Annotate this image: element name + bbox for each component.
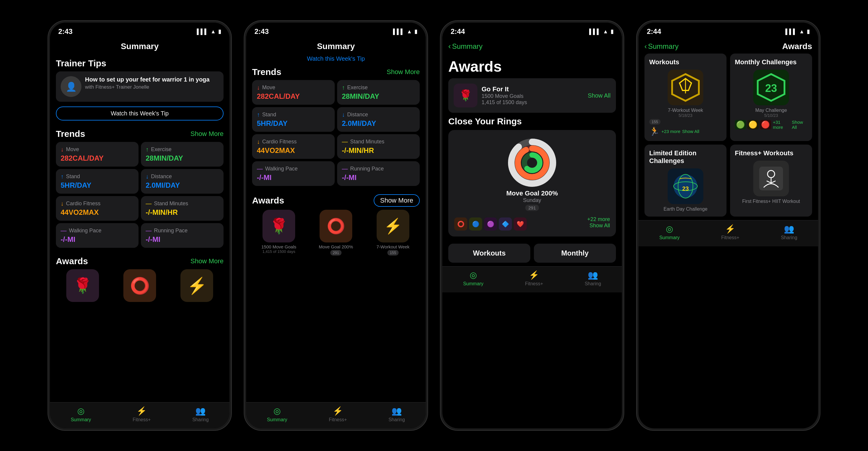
fitness-cat-title-4: Fitness+ Workouts <box>735 149 807 157</box>
status-bar-2: 2:43 ▌▌▌ ▲ ▮ <box>246 23 426 38</box>
trend-move-value-1: 282CAL/DAY <box>61 154 134 163</box>
trainer-tip-box: 👤 How to set up your feet for warrior 1 … <box>56 72 223 102</box>
tab-bar-4: ◎ Summary ⚡ Fitness+ 👥 Sharing <box>639 220 818 246</box>
phone-3: 2:44 ▌▌▌ ▲ ▮ ‹ Summary Awards 🌹 Go For I… <box>440 20 624 431</box>
mini-badge-3-4: 🔷 <box>499 218 512 230</box>
limited-cat-title-4: Limited Edition Challenges <box>649 149 722 165</box>
tab-fitness-3[interactable]: ⚡ Fitness+ <box>525 270 543 286</box>
nav-title-2: Summary <box>246 38 426 54</box>
back-button-3[interactable]: ‹ Summary <box>448 41 483 51</box>
workouts-show-all-4[interactable]: Show All <box>682 129 700 134</box>
awards-show-more-1[interactable]: Show More <box>190 257 223 265</box>
award-1-3[interactable]: ⚡ <box>170 269 223 304</box>
tab-sharing-label-2: Sharing <box>389 417 405 422</box>
monthly-label-3: Monthly <box>539 249 611 257</box>
trend-distance-value-1: 2.0MI/DAY <box>146 181 219 190</box>
trend-stand-1[interactable]: ↑Stand 5HR/DAY <box>56 169 138 194</box>
trend-cardio-2[interactable]: ↓Cardio Fitness 44VO2MAX <box>252 134 335 159</box>
trend-walking-value-1: -/-MI <box>61 235 134 244</box>
back-button-4[interactable]: ‹ Summary <box>645 42 679 51</box>
fitness-name-4: First Fitness+ HIIT Workout <box>735 199 807 204</box>
award-cat-fitness-4[interactable]: Fitness+ Workouts First Fitness+ HIIT Wo… <box>730 145 812 217</box>
trend-stand-2[interactable]: ↑Stand 5HR/DAY <box>252 107 335 132</box>
watch-tip-header-2[interactable]: Watch this Week's Tip <box>246 54 426 62</box>
awards-show-more-btn-2[interactable]: Show More <box>374 194 420 207</box>
ring-show-all-3[interactable]: Show All <box>587 223 610 229</box>
trend-move-1[interactable]: ↓Move 282CAL/DAY <box>56 142 138 167</box>
award-cat-workouts-4[interactable]: Workouts 7-Workout Week 5/18/23 155 🏃 +2… <box>645 54 726 141</box>
trend-distance-2[interactable]: ↓Distance 2.0MI/DAY <box>337 107 420 132</box>
trend-walking-2[interactable]: —Walking Pace -/-MI <box>252 161 335 186</box>
tab-sharing-1[interactable]: 👥 Sharing <box>192 406 209 422</box>
awards-show-more-2: Show More <box>380 197 413 204</box>
award-2-2[interactable]: ⭕ Move Goal 200% 291 <box>309 210 363 256</box>
bottom-section-btns-3: Workouts Monthly <box>442 240 622 266</box>
status-bar-3: 2:44 ▌▌▌ ▲ ▮ <box>442 23 622 38</box>
tab-summary-3[interactable]: ◎ Summary <box>463 270 483 286</box>
trend-move-2[interactable]: ↓Move 282CAL/DAY <box>252 80 335 105</box>
trend-running-1[interactable]: —Running Pace -/-MI <box>141 223 223 248</box>
trend-stand-min-2[interactable]: —Stand Minutes -/-MIN/HR <box>337 134 420 159</box>
tab-summary-4[interactable]: ◎ Summary <box>659 224 680 241</box>
awards-row-2: 🌹 1500 Move Goals 1,415 of 1500 days ⭕ M… <box>252 210 420 258</box>
tab-sharing-3[interactable]: 👥 Sharing <box>585 270 601 286</box>
wifi-icon-1: ▲ <box>211 29 216 35</box>
tab-sharing-icon-1: 👥 <box>195 406 206 416</box>
back-label-4: Summary <box>648 42 679 51</box>
tab-fitness-icon-2: ⚡ <box>333 406 343 416</box>
ring-count-3: 291 <box>525 205 539 211</box>
tab-sharing-2[interactable]: 👥 Sharing <box>389 406 405 422</box>
mini-badge-3-2: 🔵 <box>469 218 482 230</box>
trend-distance-1[interactable]: ↓Distance 2.0MI/DAY <box>141 169 223 194</box>
trends-header-2: Trends Show More <box>252 67 420 77</box>
go-info-3: Go For It 1500 Move Goals 1,415 of 1500 … <box>482 85 584 106</box>
monthly-btn-3[interactable]: Monthly <box>534 244 616 263</box>
award-count-2-2: 291 <box>330 250 342 256</box>
trainer-avatar: 👤 <box>61 76 82 97</box>
monthly-show-all-4[interactable]: Show All <box>792 120 807 130</box>
fitness-badge-4 <box>753 161 789 196</box>
trainer-tips-header: Trainer Tips <box>56 58 223 68</box>
award-2-1[interactable]: 🌹 1500 Move Goals 1,415 of 1500 days <box>252 210 306 256</box>
status-icons-4: ▌▌▌ ▲ ▮ <box>785 28 810 35</box>
time-2: 2:43 <box>254 27 269 36</box>
trend-stand-value-1: 5HR/DAY <box>61 181 134 190</box>
trends-show-more-1[interactable]: Show More <box>190 130 223 138</box>
trend-exercise-2[interactable]: ↑Exercise 28MIN/DAY <box>337 80 420 105</box>
tab-sharing-icon-4: 👥 <box>784 224 794 234</box>
trend-running-value-1: -/-MI <box>146 235 219 244</box>
status-bar-4: 2:44 ▌▌▌ ▲ ▮ <box>639 23 818 38</box>
award-cat-limited-4[interactable]: Limited Edition Challenges 23 Earth Day … <box>645 145 726 217</box>
wifi-icon-2: ▲ <box>407 29 412 35</box>
phone-2-screen: 2:43 ▌▌▌ ▲ ▮ Summary Watch this Week's T… <box>246 23 426 428</box>
screen-content-1: Trainer Tips 👤 How to set up your feet f… <box>50 54 229 402</box>
trend-stand-min-1[interactable]: —Stand Minutes -/-MIN/HR <box>141 196 223 221</box>
trends-show-more-2[interactable]: Show More <box>387 68 420 76</box>
workouts-plus-more-4: +23 more <box>661 129 680 134</box>
tab-summary-2[interactable]: ◎ Summary <box>267 406 287 422</box>
awards-label-2: Awards <box>252 195 284 205</box>
watch-tip-button-1[interactable]: Watch this Week's Tip <box>56 107 223 120</box>
trend-walking-1[interactable]: —Walking Pace -/-MI <box>56 223 138 248</box>
phone-4: 2:44 ▌▌▌ ▲ ▮ ‹ Summary Awards Workou <box>636 20 820 431</box>
go-show-all-3[interactable]: Show All <box>588 92 611 99</box>
award-cat-monthly-4[interactable]: Monthly Challenges 23 May Challenge 5/10… <box>730 54 812 141</box>
award-1-2[interactable]: ⭕ <box>113 269 166 304</box>
tab-fitness-2[interactable]: ⚡ Fitness+ <box>329 406 347 422</box>
trend-cardio-value-1: 44VO2MAX <box>61 208 134 217</box>
award-2-3[interactable]: ⚡ 7-Workout Week 155 <box>366 210 420 256</box>
trend-exercise-1[interactable]: ↑Exercise 28MIN/DAY <box>141 142 223 167</box>
phone-1-screen: 2:43 ▌▌▌ ▲ ▮ Summary Trainer Tips 👤 How … <box>50 23 229 428</box>
award-1-1[interactable]: 🌹 <box>56 269 110 304</box>
workouts-btn-3[interactable]: Workouts <box>448 244 530 263</box>
tab-fitness-4[interactable]: ⚡ Fitness+ <box>721 224 739 241</box>
tab-sharing-4[interactable]: 👥 Sharing <box>781 224 797 241</box>
mini-badge-3-1: ⭕ <box>454 218 467 230</box>
tab-fitness-label-2: Fitness+ <box>329 417 347 422</box>
tab-summary-1[interactable]: ◎ Summary <box>71 406 91 422</box>
trend-cardio-1[interactable]: ↓Cardio Fitness 44VO2MAX <box>56 196 138 221</box>
close-rings-title-3: Close Your Rings <box>448 116 616 126</box>
trend-running-2[interactable]: —Running Pace -/-MI <box>337 161 420 186</box>
wifi-icon-3: ▲ <box>603 29 608 35</box>
tab-fitness-1[interactable]: ⚡ Fitness+ <box>132 406 151 422</box>
